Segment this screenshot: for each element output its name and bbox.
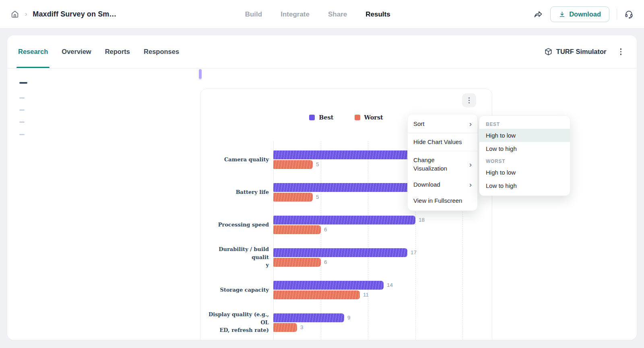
- best-bar[interactable]: [273, 183, 423, 192]
- category-label: Durability / build qualit y: [200, 241, 269, 274]
- best-value-label: 18: [419, 217, 425, 223]
- chevron-right-icon: ›: [469, 120, 472, 128]
- category-label: Processing speed: [200, 208, 269, 241]
- best-bar[interactable]: [273, 248, 407, 257]
- headset-icon: [624, 10, 634, 19]
- sidebar-skeleton-item: [19, 109, 25, 111]
- best-bar[interactable]: [273, 216, 415, 224]
- kebab-icon: [469, 97, 470, 103]
- menu-item-download[interactable]: Download ›: [408, 177, 477, 193]
- survey-title: Maxdiff Survey on Sm…: [33, 10, 116, 19]
- legend-item-best[interactable]: Best: [309, 114, 333, 121]
- worst-bar[interactable]: [273, 258, 321, 267]
- scrollbar-thumb[interactable]: [199, 69, 202, 79]
- best-bar[interactable]: [273, 313, 344, 322]
- worst-swatch: [355, 115, 360, 120]
- forward-arrow-icon: [533, 9, 543, 19]
- bar-line: [273, 183, 426, 192]
- turf-simulator-label: TURF Simulator: [556, 48, 607, 56]
- category-bars: 186: [273, 208, 425, 241]
- bar-line: 14: [273, 281, 393, 290]
- tab-share[interactable]: Share: [328, 10, 347, 19]
- submenu-section-worst: WORST: [479, 155, 570, 166]
- submenu-option-best-high-to-low[interactable]: High to low: [479, 129, 570, 142]
- chart-row: Storage capacity1411: [200, 274, 492, 306]
- worst-value-label: 5: [316, 194, 319, 200]
- chevron-right-icon: ›: [469, 181, 472, 188]
- bar-line: 6: [273, 225, 425, 234]
- menu-divider: [408, 151, 477, 151]
- best-value-label: 17: [411, 249, 417, 255]
- chart-row: Display quality (e.g., OL ED, refresh ra…: [200, 306, 492, 339]
- worst-bar[interactable]: [273, 193, 313, 202]
- subtab-reports[interactable]: Reports: [104, 35, 131, 68]
- menu-item-hide-chart-values[interactable]: Hide Chart Values: [408, 134, 477, 150]
- home-button[interactable]: [10, 10, 19, 19]
- header-nav: Build Integrate Share Results: [245, 0, 390, 29]
- menu-item-change-visualization[interactable]: Change Visualization ›: [408, 152, 477, 177]
- tab-build[interactable]: Build: [245, 10, 262, 19]
- sidebar-skeleton-item: [19, 97, 25, 99]
- worst-bar[interactable]: [273, 290, 360, 299]
- subheader-kebab-menu-button[interactable]: [619, 47, 623, 57]
- worst-value-label: 5: [316, 161, 319, 167]
- submenu-section-best: BEST: [479, 118, 570, 129]
- best-legend-label: Best: [319, 114, 333, 121]
- submenu-option-worst-high-to-low[interactable]: High to low: [479, 166, 570, 179]
- download-button[interactable]: Download: [550, 6, 609, 22]
- sidebar-skeleton-active-item: [19, 82, 27, 84]
- submenu-option-worst-low-to-high[interactable]: Low to high: [479, 179, 570, 192]
- worst-bar[interactable]: [273, 160, 313, 169]
- category-bars: 93: [273, 306, 351, 339]
- menu-item-view-in-fullscreen[interactable]: View in Fullscreen: [408, 193, 477, 209]
- subtab-responses[interactable]: Responses: [143, 35, 180, 68]
- cube-icon: [544, 47, 553, 56]
- worst-value-label: 6: [324, 259, 327, 265]
- home-icon: [10, 10, 19, 19]
- category-bars: 176: [273, 241, 417, 274]
- category-label: Display quality (e.g., OL ED, refresh ra…: [200, 306, 269, 339]
- best-bar[interactable]: [273, 281, 384, 290]
- content-scrollbar[interactable]: [199, 69, 202, 80]
- sidebar-skeleton-item: [19, 134, 25, 135]
- submenu-option-best-low-to-high[interactable]: Low to high: [479, 142, 570, 155]
- bar-line: 18: [273, 216, 425, 224]
- bar-line: 6: [273, 258, 417, 267]
- chart-context-menu: Sort › Hide Chart Values Change Visualiz…: [407, 114, 478, 211]
- worst-value-label: 3: [300, 324, 303, 330]
- category-bars: 5: [273, 176, 426, 208]
- worst-legend-label: Worst: [364, 114, 383, 121]
- worst-value-label: 11: [363, 292, 369, 298]
- worst-bar[interactable]: [273, 225, 321, 234]
- breadcrumb: › Maxdiff Survey on Sm…: [10, 10, 116, 19]
- download-icon: [559, 11, 566, 18]
- sidebar-skeleton-item: [19, 121, 25, 123]
- category-bars: 1411: [273, 274, 393, 306]
- chart-row: Durability / build qualit y176: [200, 241, 492, 274]
- chevron-right-icon: ›: [469, 161, 472, 168]
- download-label: Download: [569, 10, 601, 18]
- bar-line: 3: [273, 323, 351, 332]
- support-button[interactable]: [624, 10, 634, 19]
- legend-item-worst[interactable]: Worst: [355, 114, 383, 121]
- category-label: Storage capacity: [200, 274, 269, 306]
- best-swatch: [309, 115, 315, 120]
- worst-bar[interactable]: [273, 323, 297, 332]
- bar-line: 5: [273, 193, 426, 202]
- menu-item-sort[interactable]: Sort ›: [408, 116, 477, 132]
- worst-value-label: 6: [324, 227, 327, 233]
- category-label: Battery life: [200, 176, 269, 208]
- turf-simulator-button[interactable]: TURF Simulator: [544, 47, 607, 56]
- tab-integrate[interactable]: Integrate: [281, 10, 310, 19]
- subtab-overview[interactable]: Overview: [61, 35, 92, 68]
- best-value-label: 9: [347, 315, 351, 321]
- header-divider: [617, 8, 617, 20]
- menu-divider: [408, 133, 477, 133]
- chart-row: Processing speed186: [200, 208, 492, 241]
- chart-options-button[interactable]: [462, 93, 476, 107]
- share-button[interactable]: [533, 9, 543, 19]
- bar-line: 9: [273, 313, 351, 322]
- tab-results[interactable]: Results: [365, 10, 390, 19]
- subtab-research[interactable]: Research: [17, 35, 49, 68]
- header-actions: Download: [533, 6, 634, 22]
